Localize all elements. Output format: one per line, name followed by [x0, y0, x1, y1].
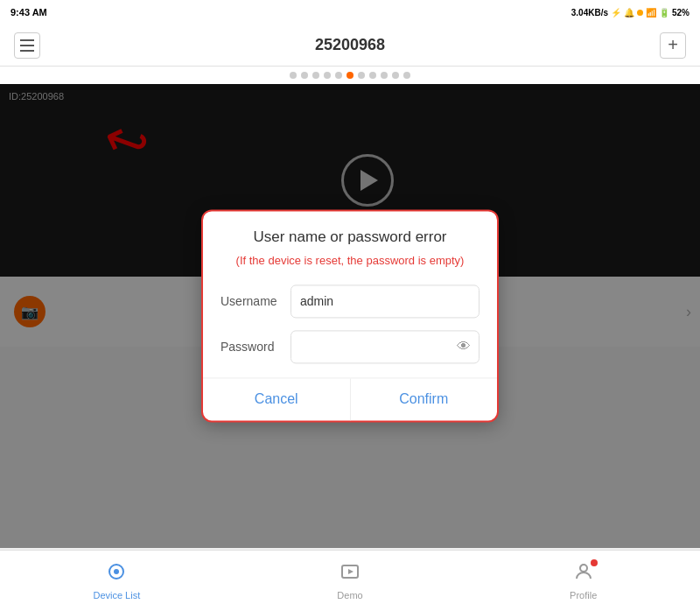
signal-icon: 📶: [646, 8, 656, 18]
alarm-icon: 🔔: [624, 8, 634, 18]
svg-point-1: [114, 569, 119, 574]
nav-device-list[interactable]: Device List: [0, 561, 234, 600]
time: 9:43 AM: [10, 7, 47, 18]
password-toggle-icon[interactable]: 👁: [457, 340, 471, 355]
dot-4[interactable]: [324, 72, 331, 79]
dot-3[interactable]: [312, 72, 319, 79]
dialog-body: User name or password error (If the devi…: [203, 211, 497, 363]
nav-demo[interactable]: Demo: [234, 561, 467, 600]
dot-2[interactable]: [301, 72, 308, 79]
nav-device-list-label: Device List: [93, 590, 140, 600]
status-bar: 9:43 AM 3.04KB/s ⚡ 🔔 📶 🔋 52%: [0, 0, 700, 25]
password-field: Password 👁: [220, 331, 480, 364]
bluetooth-icon: ⚡: [611, 8, 621, 18]
menu-button[interactable]: [14, 32, 40, 59]
nav-profile[interactable]: Profile: [466, 561, 700, 600]
status-left: 9:43 AM: [10, 7, 51, 18]
dot-9[interactable]: [381, 72, 388, 79]
dot-10[interactable]: [392, 72, 399, 79]
password-input-wrapper: 👁: [290, 331, 480, 364]
battery-percent: 52%: [672, 8, 690, 18]
password-input[interactable]: [290, 331, 480, 364]
auth-error-dialog: User name or password error (If the devi…: [201, 209, 499, 422]
dot-8[interactable]: [369, 72, 376, 79]
svg-point-4: [580, 565, 587, 572]
network-speed: 3.04KB/s: [571, 8, 608, 18]
dot-7[interactable]: [358, 72, 365, 79]
content-wrapper: ID:25200968 ↩ 📷 › User name or password …: [0, 84, 700, 548]
profile-notification-dot: [591, 559, 598, 566]
status-right: 3.04KB/s ⚡ 🔔 📶 🔋 52%: [571, 8, 690, 18]
username-field: Username: [220, 285, 480, 319]
nav-demo-label: Demo: [337, 590, 362, 600]
bottom-navigation: Device List Demo: [0, 550, 700, 611]
dialog-subtitle: (If the device is reset, the password is…: [220, 253, 480, 269]
page-title: 25200968: [315, 36, 385, 54]
dialog-title: User name or password error: [220, 228, 480, 246]
demo-icon: [340, 561, 360, 587]
svg-marker-3: [348, 569, 354, 574]
confirm-button[interactable]: Confirm: [351, 379, 498, 421]
battery-icon: 🔋: [659, 8, 669, 18]
profile-icon-wrapper: [573, 561, 594, 587]
dot-11[interactable]: [403, 72, 410, 79]
password-label: Password: [220, 341, 290, 355]
dialog-footer: Cancel Confirm: [203, 378, 497, 421]
status-dot-orange: [637, 10, 643, 16]
profile-icon: [573, 565, 594, 586]
cancel-button[interactable]: Cancel: [203, 379, 351, 421]
top-nav: 25200968 +: [0, 25, 700, 67]
dot-6-active[interactable]: [346, 72, 354, 79]
dot-5[interactable]: [335, 72, 342, 79]
page-dots: [0, 67, 700, 84]
dot-1[interactable]: [290, 72, 297, 79]
device-list-icon: [106, 561, 127, 587]
username-input[interactable]: [290, 285, 480, 319]
phone-frame: 9:43 AM 3.04KB/s ⚡ 🔔 📶 🔋 52% 25200968 +: [0, 0, 700, 611]
add-device-button[interactable]: +: [660, 32, 686, 59]
username-label: Username: [220, 295, 290, 309]
nav-profile-label: Profile: [570, 590, 597, 600]
